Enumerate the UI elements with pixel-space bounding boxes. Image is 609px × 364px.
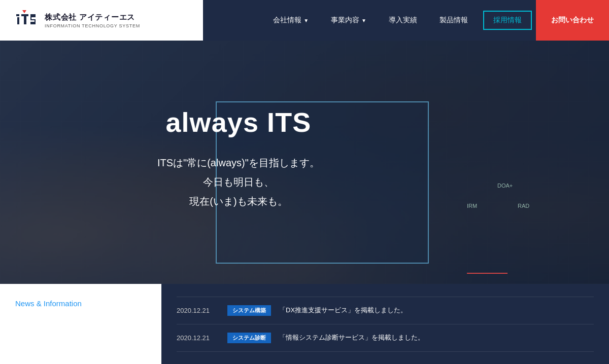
sidebar-left: News & Information (0, 284, 161, 364)
company-name: 株式会社 アイティーエス (45, 13, 140, 22)
hero-line2: 今日も明日も、 (157, 172, 320, 192)
main-nav: 会社情報 ▼ 事業内容 ▼ 導入実績 製品情報 採用情報 お問い合わせ (203, 0, 609, 41)
diagram-doa-label: DOA+ (497, 183, 513, 189)
its-logo-icon (12, 9, 39, 31)
nav-company-info[interactable]: 会社情報 ▼ (262, 0, 320, 41)
chevron-down-icon: ▼ (361, 18, 366, 23)
logo-text: 株式会社 アイティーエス INFORMATION TECHNOLOGY SYST… (45, 13, 140, 28)
nav-items: 会社情報 ▼ 事業内容 ▼ 導入実績 製品情報 採用情報 お問い合わせ (262, 0, 609, 41)
svg-marker-0 (22, 10, 26, 13)
news-description: 「情報システム診断サービス」を掲載しました。 (279, 333, 424, 342)
hero-content: always ITS ITSは"常に(always)"を目指します。 今日も明日… (157, 106, 320, 211)
news-description: 「DX推進支援サービス」を掲載しました。 (279, 306, 407, 315)
hero-line3: 現在(いま)も未来も。 (157, 192, 320, 211)
svg-rect-1 (16, 14, 19, 16)
news-badge-system-build: システム構築 (227, 305, 271, 316)
diagram-rad-label: RAD (518, 203, 529, 209)
hero-text: ITSは"常に(always)"を目指します。 今日も明日も、 現在(いま)も未… (157, 153, 320, 211)
nav-implementations[interactable]: 導入実績 (378, 0, 428, 41)
scroll-indicator (467, 273, 507, 274)
news-row: 2020.12.21 システム診断 「情報システム診断サービス」を掲載しました。 (177, 324, 594, 352)
company-sub: INFORMATION TECHNOLOGY SYSTEM (45, 23, 140, 28)
hero-title: always ITS (157, 106, 320, 138)
svg-rect-4 (24, 16, 26, 24)
nav-products[interactable]: 製品情報 (428, 0, 479, 41)
logo-area: 株式会社 アイティーエス INFORMATION TECHNOLOGY SYST… (0, 9, 203, 31)
svg-rect-3 (21, 14, 28, 16)
news-row: 2020.12.21 システム構築 「DX推進支援サービス」を掲載しました。 (177, 297, 594, 324)
news-information-link[interactable]: News & Information (15, 299, 82, 308)
hero-section: always ITS ITSは"常に(always)"を目指します。 今日も明日… (0, 41, 609, 284)
news-date: 2020.12.21 (177, 334, 227, 342)
hero-line1: ITSは"常に(always)"を目指します。 (157, 153, 320, 172)
nav-services[interactable]: 事業内容 ▼ (320, 0, 378, 41)
diagram-irm-label: IRM (467, 203, 477, 209)
news-date: 2020.12.21 (177, 307, 227, 314)
news-content: 2020.12.21 システム構築 「DX推進支援サービス」を掲載しました。 2… (161, 284, 609, 364)
nav-contact-button[interactable]: お問い合わせ (536, 0, 609, 41)
bottom-section: News & Information 2020.12.21 システム構築 「DX… (0, 284, 609, 364)
chevron-down-icon: ▼ (303, 18, 309, 23)
svg-rect-2 (17, 17, 19, 24)
news-badge-system-diag: システム診断 (227, 333, 271, 343)
nav-recruit-button[interactable]: 採用情報 (483, 11, 532, 30)
header: 株式会社 アイティーエス INFORMATION TECHNOLOGY SYST… (0, 0, 609, 41)
